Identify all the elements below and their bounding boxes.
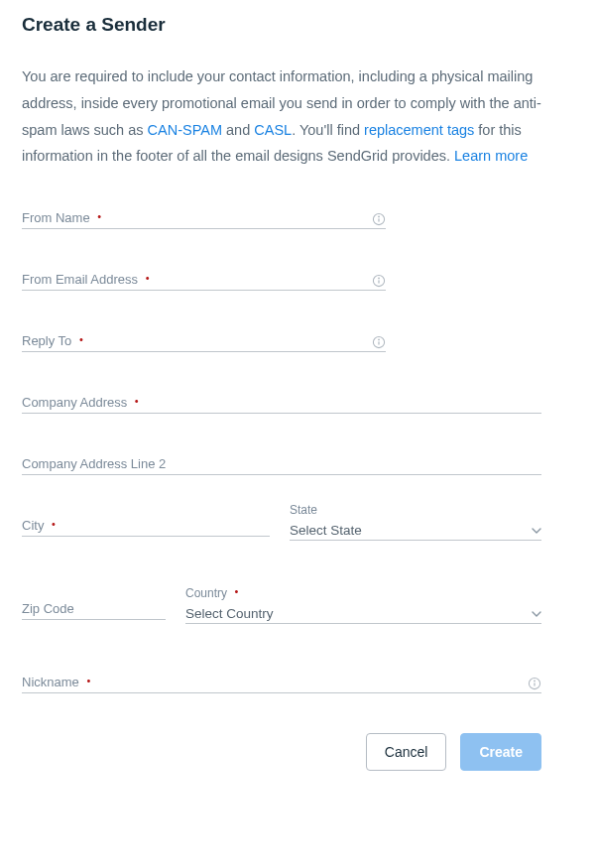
country-field[interactable]: Country • Select Country bbox=[185, 586, 541, 624]
from-name-field[interactable]: From Name • bbox=[22, 213, 386, 229]
reply-to-field[interactable]: Reply To • bbox=[22, 336, 386, 352]
cancel-button[interactable]: Cancel bbox=[366, 733, 447, 771]
company-address2-input[interactable] bbox=[22, 459, 541, 474]
chevron-down-icon bbox=[532, 526, 541, 536]
zip-field[interactable]: Zip Code bbox=[22, 604, 166, 620]
company-address2-field[interactable]: Company Address Line 2 bbox=[22, 459, 541, 475]
intro-text: You are required to include your contact… bbox=[22, 63, 557, 170]
from-email-field[interactable]: From Email Address • bbox=[22, 275, 386, 291]
intro-part3: . You'll find bbox=[292, 122, 364, 138]
country-select[interactable]: Select Country bbox=[185, 606, 541, 621]
state-field[interactable]: State Select State bbox=[290, 503, 541, 541]
chevron-down-icon bbox=[532, 609, 541, 619]
sender-form: From Name • From Email Address • Reply T… bbox=[22, 213, 541, 771]
link-canspam[interactable]: CAN-SPAM bbox=[148, 122, 222, 138]
nickname-field[interactable]: Nickname • bbox=[22, 678, 541, 693]
link-learn-more[interactable]: Learn more bbox=[454, 148, 528, 164]
info-icon[interactable] bbox=[372, 274, 386, 288]
from-name-input[interactable] bbox=[22, 213, 386, 228]
state-select[interactable]: Select State bbox=[290, 523, 541, 538]
reply-to-input[interactable] bbox=[22, 336, 386, 351]
create-button[interactable]: Create bbox=[460, 733, 541, 771]
country-placeholder: Select Country bbox=[185, 606, 274, 621]
city-field[interactable]: City • bbox=[22, 521, 270, 537]
state-placeholder: Select State bbox=[290, 523, 362, 538]
from-email-input[interactable] bbox=[22, 275, 386, 290]
info-icon[interactable] bbox=[372, 335, 386, 349]
intro-part2: and bbox=[222, 122, 254, 138]
country-label: Country • bbox=[185, 586, 541, 600]
link-casl[interactable]: CASL bbox=[254, 122, 292, 138]
required-marker: • bbox=[234, 585, 238, 597]
page-title: Create a Sender bbox=[22, 14, 575, 36]
state-label: State bbox=[290, 503, 541, 517]
nickname-input[interactable] bbox=[22, 678, 541, 692]
company-address-field[interactable]: Company Address • bbox=[22, 398, 541, 414]
link-replacement-tags[interactable]: replacement tags bbox=[364, 122, 474, 138]
company-address-input[interactable] bbox=[22, 398, 541, 413]
form-actions: Cancel Create bbox=[22, 733, 541, 771]
zip-input[interactable] bbox=[22, 604, 166, 619]
city-input[interactable] bbox=[22, 521, 270, 536]
info-icon[interactable] bbox=[372, 212, 386, 226]
info-icon[interactable] bbox=[528, 677, 541, 690]
